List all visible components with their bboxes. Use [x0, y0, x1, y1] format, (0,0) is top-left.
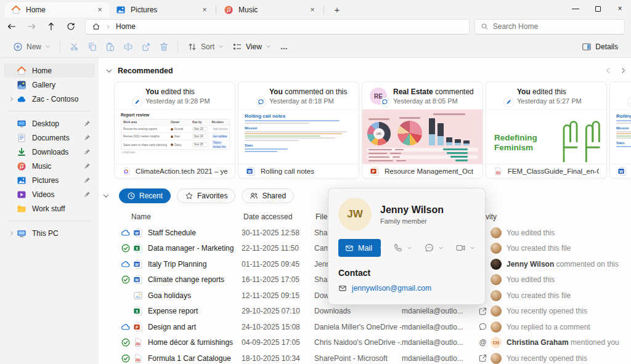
new-button[interactable]: New: [9, 38, 55, 55]
envelope-icon: [338, 284, 347, 293]
file-date-accessed: 29-10-2025 07:10: [242, 307, 314, 315]
recommended-card[interactable]: RE Real Estate commented on this Yesterd…: [362, 81, 483, 179]
sidebar-item-downloads[interactable]: Downloads: [4, 145, 95, 159]
sidebar-item-music[interactable]: Music: [4, 159, 95, 173]
mini-cell-owner: Kian: [169, 134, 190, 139]
sidebar-item-zac-contoso[interactable]: Zac - Contoso: [4, 92, 95, 106]
file-row[interactable]: PDFHome décor & furnishings04-09-2025 17…: [99, 335, 631, 351]
share-button[interactable]: [137, 38, 155, 55]
word-file-icon: W: [133, 259, 143, 269]
tab-close-icon[interactable]: ×: [200, 5, 210, 14]
contact-email-link[interactable]: jennywilson@gmail.com: [352, 284, 431, 293]
file-name: Expense report: [148, 307, 242, 315]
filter-label: Favorites: [197, 192, 227, 200]
sidebar-item-pictures[interactable]: Pictures: [4, 173, 95, 187]
expand-chevron-icon[interactable]: [6, 230, 17, 237]
card-thumbnail: Redefining Feminism: [486, 109, 606, 164]
expand-chevron-icon[interactable]: [6, 96, 17, 102]
file-row[interactable]: XExpense report29-10-2025 07:10Downloads…: [99, 304, 631, 320]
tab-close-icon[interactable]: ×: [307, 5, 317, 14]
contact-relation: Family member: [380, 217, 444, 225]
filter-pill-recent[interactable]: Recent: [119, 188, 171, 203]
edit-badge-icon: [132, 97, 142, 107]
activity-text: You recently opened this: [507, 307, 631, 315]
synced-check-icon: [121, 338, 131, 347]
forward-button[interactable]: [22, 18, 41, 34]
collapse-chevron-icon[interactable]: [102, 192, 110, 200]
due-chip: Nov 19: [192, 127, 208, 132]
mail-button[interactable]: Mail: [338, 239, 381, 257]
recommended-card[interactable]: You commented on this Yesterday at 8:18 …: [238, 81, 359, 179]
window-controls: — ×: [564, 0, 631, 17]
view-button[interactable]: View: [228, 38, 275, 55]
tab-pictures[interactable]: Pictures×: [110, 2, 214, 17]
carousel-right-icon[interactable]: [619, 67, 627, 75]
paste-button[interactable]: [101, 38, 119, 55]
sidebar-item-videos[interactable]: Videos: [4, 187, 95, 201]
sort-button[interactable]: Sort: [183, 38, 228, 55]
refresh-button[interactable]: [62, 18, 80, 34]
tab-music[interactable]: Music×: [218, 2, 322, 17]
svg-text:W: W: [135, 262, 139, 266]
call-button[interactable]: [393, 243, 412, 253]
avatar: [494, 87, 511, 105]
maximize-button[interactable]: [587, 0, 609, 17]
recommended-card[interactable]: You edited this Yesterday at 5:27 PM Red…: [486, 81, 607, 179]
mail-dropdown-button[interactable]: [379, 239, 381, 257]
image-file-icon: [133, 291, 143, 301]
activity-text: Christina Graham mentioned you: [507, 338, 631, 347]
gallery-icon: [17, 80, 26, 90]
powerpoint-file-icon: P: [133, 322, 143, 332]
file-row[interactable]: PDesign and art24-10-2025 15:08Daniela M…: [99, 319, 631, 335]
sidebar-item-documents[interactable]: Documents: [4, 131, 95, 145]
recommended-card[interactable]: You edited this Yesterday at 9:28 PM Rep…: [114, 81, 235, 179]
rename-button[interactable]: [119, 38, 137, 55]
details-button[interactable]: Details: [577, 38, 622, 55]
more-button[interactable]: …: [275, 38, 293, 55]
mini-table-row: Review the existing reportsKrystalNov 19…: [121, 125, 229, 132]
word-file-icon: W: [246, 166, 256, 176]
up-button[interactable]: [42, 18, 60, 34]
card-thumbnail: Rolling call notes Mission Stats: [610, 109, 631, 164]
filter-pill-favorites[interactable]: Favorites: [177, 188, 235, 203]
breadcrumb[interactable]: Home: [85, 19, 470, 34]
mini-cell-area: Review the existing reports: [121, 127, 169, 131]
recommended-cards: You edited this Yesterday at 9:28 PM Rep…: [114, 81, 631, 179]
tab-close-icon[interactable]: ×: [95, 5, 105, 14]
sidebar-item-work-stuff[interactable]: Work stuff: [4, 201, 95, 216]
cut-button[interactable]: [65, 38, 83, 55]
video-call-button[interactable]: [455, 243, 475, 253]
column-header-date[interactable]: Date accessed: [243, 212, 292, 221]
close-button[interactable]: ×: [609, 0, 631, 17]
card-time: Yesterday at 8:18 PM: [269, 97, 348, 105]
search-box[interactable]: [474, 19, 625, 34]
minimize-button[interactable]: —: [564, 0, 587, 17]
sidebar-item-this-pc[interactable]: This PC: [4, 226, 95, 240]
delete-button[interactable]: [155, 38, 173, 55]
new-label: New: [26, 42, 41, 51]
sidebar-item-desktop[interactable]: Desktop: [4, 116, 95, 131]
sidebar-item-gallery[interactable]: Gallery: [4, 78, 95, 92]
column-header-name[interactable]: Name: [131, 212, 151, 221]
chat-button[interactable]: [424, 243, 444, 253]
video-icon: [455, 243, 466, 253]
file-row[interactable]: PDFFormula 1 Car Catalogue18-10-2025 10:…: [99, 350, 631, 364]
card-thumbnail: Rolling call notes Mission Stats: [238, 109, 359, 164]
filter-label: Shared: [262, 192, 286, 200]
sidebar-item-home[interactable]: Home: [4, 63, 95, 78]
filter-pill-shared[interactable]: Shared: [242, 188, 294, 203]
recommended-card[interactable]: Rolling call notes Mission Stats W: [609, 81, 631, 179]
copy-button[interactable]: [83, 38, 101, 55]
new-tab-button[interactable]: +: [329, 2, 345, 16]
pdf-file-icon: PDF: [494, 166, 503, 176]
back-button[interactable]: [2, 18, 21, 34]
mini-grid: [367, 148, 478, 163]
activity-avatar: [491, 274, 502, 285]
cloud-sync-icon: [121, 228, 131, 238]
file-date-accessed: 04-09-2025 17:05: [242, 338, 314, 347]
paste-icon: [105, 42, 115, 52]
search-input[interactable]: [493, 22, 619, 31]
carousel-left-icon[interactable]: [604, 67, 612, 75]
tab-home[interactable]: Home×: [5, 2, 110, 17]
collapse-chevron-icon[interactable]: [105, 67, 113, 75]
